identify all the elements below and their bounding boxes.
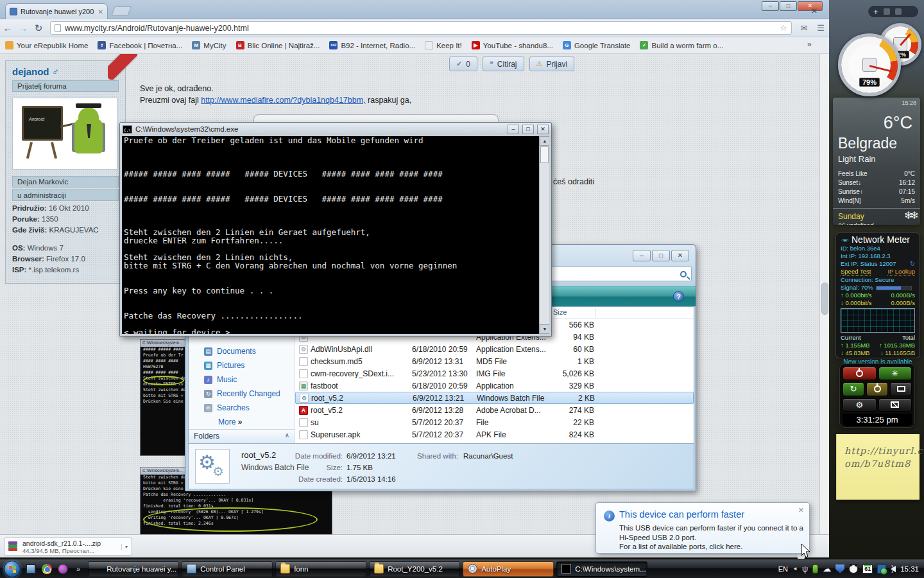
file-row[interactable]: su 5/7/2012 20:37 File 22 KB: [295, 416, 694, 428]
menu-icon[interactable]: ☰: [812, 23, 829, 33]
tab-close-icon[interactable]: ✕: [98, 8, 103, 15]
window-maximize-button[interactable]: □: [780, 1, 797, 11]
folders-bar[interactable]: Folders∧: [189, 429, 295, 443]
speed-test-link[interactable]: Speed Test: [841, 268, 871, 276]
restart-button[interactable]: ✳: [878, 367, 912, 380]
scroll-down-icon[interactable]: ▼: [540, 324, 549, 334]
scrollbar-thumb[interactable]: [821, 283, 828, 315]
show-desktop-icon[interactable]: [26, 564, 36, 574]
bookmark-item[interactable]: f Facebook | Почетна...: [98, 41, 182, 49]
usb-tray-icon[interactable]: ψ: [802, 565, 808, 574]
gadget-toolbar[interactable]: +: [868, 5, 919, 18]
quote-button[interactable]: ❝ Citiraj: [483, 57, 524, 71]
bookmark-item[interactable]: G Google Translate: [563, 41, 631, 49]
start-button[interactable]: [4, 561, 21, 577]
cmd-titlebar[interactable]: C:\ C:\Windows\system32\cmd.exe – □ ✕: [120, 123, 551, 136]
report-button[interactable]: ⚠ Prijavi: [529, 57, 575, 71]
mail-icon[interactable]: ✉: [796, 23, 812, 33]
bookmark-item[interactable]: b92 B92 - Internet, Radio...: [329, 41, 415, 49]
back-button[interactable]: ←: [0, 21, 15, 35]
taskbar-button[interactable]: Rutovanje huawei y...: [88, 561, 179, 577]
notification-close-icon[interactable]: ✕: [798, 506, 804, 514]
nav-item[interactable]: ↻ Recently Changed: [189, 387, 295, 401]
bookmark-item[interactable]: M MyCity: [192, 41, 226, 49]
bookmark-star-icon[interactable]: ☆: [780, 23, 787, 33]
reload-button[interactable]: ↻: [31, 21, 46, 35]
help-icon[interactable]: ?: [673, 291, 684, 302]
taskbar-button[interactable]: AutoPlay: [463, 561, 554, 577]
explorer-minimize-button[interactable]: –: [633, 250, 651, 261]
ip-lookup-link[interactable]: IP Lookup: [887, 268, 915, 276]
file-row[interactable]: root_v5.2 6/9/2012 13:28 Adobe Acrobat D…: [295, 404, 694, 416]
collapse-icon[interactable]: ∧: [285, 432, 289, 439]
nav-item[interactable]: ▤ Documents: [189, 344, 295, 358]
lock-button[interactable]: [890, 382, 912, 396]
like-button[interactable]: ✔ 0: [449, 57, 477, 71]
cpu-meter-tray-icon[interactable]: 61: [862, 565, 873, 574]
taskbar-button[interactable]: Control Panel: [182, 561, 273, 577]
tray-expand-icon[interactable]: ◄: [792, 566, 798, 572]
tray-clock[interactable]: 15:31: [900, 565, 919, 573]
taskbar-button[interactable]: C:\Windows\system...: [556, 561, 647, 577]
usb-notification[interactable]: i This device can perform faster This US…: [595, 502, 810, 554]
browser-scrollbar[interactable]: [819, 54, 829, 534]
quick-launch-overflow-icon[interactable]: »: [76, 565, 80, 573]
nav-item[interactable]: ♪ Music: [189, 372, 295, 387]
window-minimize-button[interactable]: –: [762, 1, 779, 11]
screensaver-button[interactable]: [878, 398, 912, 412]
file-row[interactable]: root_v5.2 6/9/2012 13:21 Windows Batch F…: [295, 392, 694, 404]
bookmark-item[interactable]: B Blic Online | Najtiraž...: [236, 41, 320, 49]
network-meter-gadget[interactable]: Network Meter ID: belon.36e4 Int IP: 192…: [835, 232, 920, 358]
nav-item[interactable]: ▦ Pictures: [189, 358, 295, 372]
cloud-tray-icon[interactable]: ☁: [823, 565, 831, 574]
download-bar-close-icon[interactable]: ✕: [811, 6, 817, 15]
explorer-maximize-button[interactable]: □: [652, 250, 670, 261]
bookmark-item[interactable]: ▶ YouTube - shandu8...: [472, 41, 553, 49]
forum-username[interactable]: dejanod ♂: [12, 66, 119, 77]
file-row[interactable]: Superuser.apk 5/7/2012 20:37 APK File 82…: [295, 428, 694, 441]
security-shield-icon[interactable]: [835, 565, 844, 574]
taskbar-button[interactable]: fonn: [275, 561, 366, 577]
gadget-toolbar-button[interactable]: [884, 8, 890, 15]
add-gadget-icon[interactable]: +: [873, 7, 878, 17]
bookmarks-overflow-icon[interactable]: »: [807, 40, 812, 49]
antivirus-tray-icon[interactable]: [849, 565, 858, 574]
browser-tab[interactable]: Rutovanje huawei y200 ✕: [5, 3, 108, 19]
cmd-maximize-button[interactable]: □: [522, 125, 534, 134]
cmd-scrollbar[interactable]: ▲ ▼: [539, 136, 549, 334]
address-bar[interactable]: www.mycity.rs/Android/Rutovanje-huawei-y…: [50, 21, 792, 35]
cmd-minimize-button[interactable]: –: [508, 125, 519, 134]
nav-more[interactable]: More »: [189, 415, 295, 429]
bookmark-item[interactable]: ✓ Build a worm farm o...: [640, 41, 723, 49]
gadget-toolbar-button[interactable]: [895, 8, 902, 15]
mediafire-link[interactable]: http://www.mediafire.com/?dybla1nqb417bb…: [201, 96, 365, 105]
refresh-icon[interactable]: ↻: [910, 260, 915, 268]
shutdown-button[interactable]: [843, 367, 877, 380]
forward-button[interactable]: →: [15, 21, 31, 35]
search-icon[interactable]: [680, 271, 687, 277]
battery-tray-icon[interactable]: [812, 565, 818, 574]
file-row[interactable]: cwm-recovery_SDext.i... 5/23/2012 13:30 …: [295, 367, 694, 380]
file-row[interactable]: checksum.md5 6/9/2012 13:31 MD5 File 1 K…: [295, 355, 694, 367]
taskbar-button[interactable]: Root_Y200_v5.2: [369, 561, 460, 577]
scroll-up-icon[interactable]: ▲: [540, 136, 549, 146]
window-close-button[interactable]: ✕: [798, 1, 823, 11]
network-tray-icon[interactable]: [877, 565, 886, 574]
bookmark-item[interactable]: Keep It!: [425, 41, 462, 49]
language-indicator[interactable]: EN: [778, 565, 788, 573]
cmd-console[interactable]: Pruefe ob der Treiber geladen ist und da…: [122, 136, 549, 334]
new-tab-button[interactable]: [111, 6, 131, 16]
download-menu-icon[interactable]: ▾: [121, 544, 128, 550]
explorer-close-button[interactable]: ✕: [671, 250, 689, 261]
click-here-line[interactable]: For a list of available ports, click her…: [619, 542, 803, 552]
sticky-note-gadget[interactable]: http://tinyurl.c om/b7u8tm8: [836, 434, 920, 500]
download-item[interactable]: android-sdk_r21.0.1-....zip 44,3/94,5 МВ…: [4, 538, 132, 556]
settings-button[interactable]: ⚙: [843, 398, 877, 412]
standby-button[interactable]: [866, 382, 888, 396]
chrome-icon[interactable]: [42, 564, 52, 574]
file-row[interactable]: fastboot 6/18/2010 20:59 Application 329…: [295, 380, 694, 392]
logoff-button[interactable]: ↻: [843, 382, 864, 396]
url-text[interactable]: www.mycity.rs/Android/Rutovanje-huawei-y…: [65, 24, 776, 33]
size-column-header[interactable]: Size: [553, 308, 567, 316]
nav-item[interactable]: ◎ Searches: [189, 401, 295, 415]
